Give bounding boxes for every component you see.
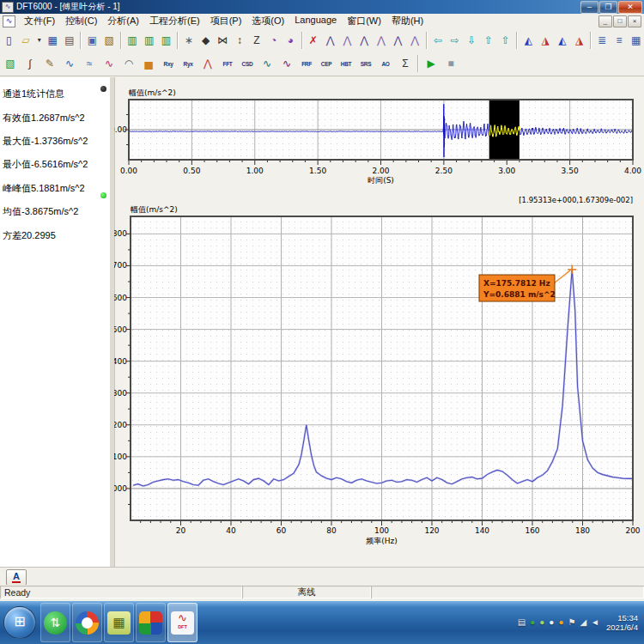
new-file-button[interactable]: ▯ [1,31,17,50]
cursor-diamond-tool[interactable]: ◆ [197,31,214,50]
font-a-button[interactable]: A [6,569,27,586]
menu-item-1[interactable]: 控制(C) [60,14,102,28]
correlation-rxy-tool[interactable]: Rxy [159,54,178,73]
taskbar-app-media[interactable]: ▦ [104,603,134,642]
maximize-button[interactable]: ❐ [599,1,617,14]
cursor-star-tool[interactable]: ∗ [181,31,197,50]
cursor-vertical-tool[interactable]: ↕ [232,31,248,50]
marker-flag-tool-1[interactable]: ◭ [520,31,537,50]
pencil-tool[interactable]: ✎ [40,54,59,73]
start-button[interactable]: ⊞ [3,606,36,639]
save-button[interactable]: ▦ [45,31,61,50]
taskbar-app-suite[interactable] [136,603,166,642]
open-file-button[interactable]: ▱ [18,31,34,50]
action-center-flag-icon[interactable]: ⚑ [568,617,575,628]
zoom-out-y-button[interactable]: ⇩ [464,31,480,50]
peak-mark-tool-6[interactable]: ⋀ [407,31,423,50]
integrate-tool[interactable]: ∫ [21,54,39,73]
marker-flag-tool-4[interactable]: ◮ [571,31,587,50]
marker-flag-tool-2[interactable]: ◮ [538,31,554,50]
tray-green-icon[interactable]: ● [539,617,544,628]
menu-item-3[interactable]: 工程分析(E) [144,14,205,28]
detrend-tool[interactable]: ≈ [80,54,99,73]
mdi-close-button[interactable]: × [628,15,641,27]
peak-mark-tool-2[interactable]: ⋀ [339,31,355,50]
window-function-tool[interactable]: ◠ [119,54,138,73]
pan-left-button[interactable]: ⇦ [429,31,446,50]
envelope-tool[interactable]: ⋀ [198,54,217,73]
cursor-pair-tool[interactable]: ⋈ [215,31,231,50]
histogram-tool[interactable]: ▅ [139,54,158,73]
waveform-tool-icon: ∿ [105,58,113,70]
csd-tool[interactable]: CSD [238,54,257,73]
peak-mark-tool-3[interactable]: ⋀ [356,31,373,50]
menu-item-8[interactable]: 帮助(H) [386,14,428,28]
spectrum-tool[interactable]: ∿ [277,54,296,73]
srs-tool[interactable]: SRS [356,54,375,73]
antivirus-shield-icon[interactable]: ● [530,617,535,628]
taskbar-clock[interactable]: 15:34 2021/6/4 [606,613,641,632]
report-table-button[interactable]: ▦ [628,31,644,50]
menu-item-5[interactable]: 选项(O) [246,14,289,28]
stop-acquisition-button[interactable]: ■ [441,54,460,73]
open-dropdown[interactable]: ▾ [34,31,43,50]
octave-tool[interactable]: AO [376,54,395,73]
snapshot-button[interactable]: ▧ [101,31,118,50]
report-layout-button[interactable]: ≣ [594,31,611,50]
copy-button[interactable]: ▣ [84,31,100,50]
taskbar-app-browser[interactable] [72,603,102,642]
peak-mark-tool-4[interactable]: ⋀ [373,31,389,50]
input-indicator-icon[interactable]: ▤ [518,617,526,628]
marker-flag-tool-1-icon: ◭ [525,34,532,46]
marker-flag-tool-3[interactable]: ◭ [554,31,570,50]
spectrum-plot-area[interactable] [131,216,633,520]
report-list-button[interactable]: ≡ [611,31,628,50]
pan-right-button[interactable]: ⇨ [447,31,463,50]
cursor-star-tool-icon: ∗ [185,34,193,46]
layout-tile-button[interactable]: ▥ [124,31,140,50]
volume-icon[interactable]: ◄ [591,617,599,628]
layout-split-button[interactable]: ▥ [141,31,157,50]
taskbar-app-dft[interactable]: ∿DFT [167,603,197,642]
tray-orange-icon[interactable]: ● [558,617,563,628]
psd-tool[interactable]: ∿ [258,54,276,73]
menu-item-0[interactable]: 文件(F) [19,14,60,28]
peak-mark-tool-5[interactable]: ⋀ [390,31,406,50]
taskbar-app-browser-icon [76,611,99,635]
mdi-minimize-button[interactable]: _ [598,15,612,27]
zoom-in-y-button[interactable]: ⇧ [481,31,497,50]
menu-item-4[interactable]: 项目(P) [205,14,247,28]
start-acquisition-button[interactable]: ▶ [422,54,440,73]
hilbert-tool[interactable]: HBT [337,54,355,73]
menu-item-7[interactable]: 窗口(W) [342,14,386,28]
waveform-tool[interactable]: ∿ [100,54,118,73]
sum-tool[interactable]: Σ [396,54,415,73]
title-bar[interactable]: ∿ DFT6000 - [傅里叶分析 - 1] – ❐ ✕ [0,0,644,14]
toolbar-separator [120,32,121,49]
menu-item-6[interactable]: Language [289,14,342,28]
cursor-z-tool[interactable]: Z [248,31,264,50]
fft-tool[interactable]: FFT [218,54,237,73]
menu-item-2[interactable]: 分析(A) [102,14,144,28]
minimize-button[interactable]: – [580,1,598,14]
layout-single-button-icon: ▥ [161,34,171,46]
frf-tool[interactable]: FRF [297,54,316,73]
cursor-clock1-tool[interactable]: ◔ [265,31,282,50]
autoscale-button[interactable]: ⇧ [497,31,513,50]
mdi-restore-button[interactable]: □ [613,15,627,27]
network-icon[interactable]: ◢ [580,617,586,628]
peak-mark-tool-1[interactable]: ⋀ [322,31,338,50]
taskbar-app-security[interactable]: ⇅ [40,603,70,642]
tray-white-icon[interactable]: ● [549,617,554,628]
cursor-clock2-tool[interactable]: ◕ [283,31,299,50]
delete-marker-button[interactable]: ✗ [306,31,322,50]
layout-single-button[interactable]: ▥ [158,31,174,50]
time-plot-area[interactable] [129,100,633,160]
print-button[interactable]: ▤ [62,31,78,50]
close-button[interactable]: ✕ [618,1,642,14]
cepstrum-tool[interactable]: CEP [317,54,336,73]
mdi-child-icon[interactable]: ∿ [3,15,15,27]
select-region-tool[interactable]: ▧ [1,54,20,73]
filter-tool[interactable]: ∿ [60,54,79,73]
correlation-ryx-tool[interactable]: Ryx [179,54,197,73]
